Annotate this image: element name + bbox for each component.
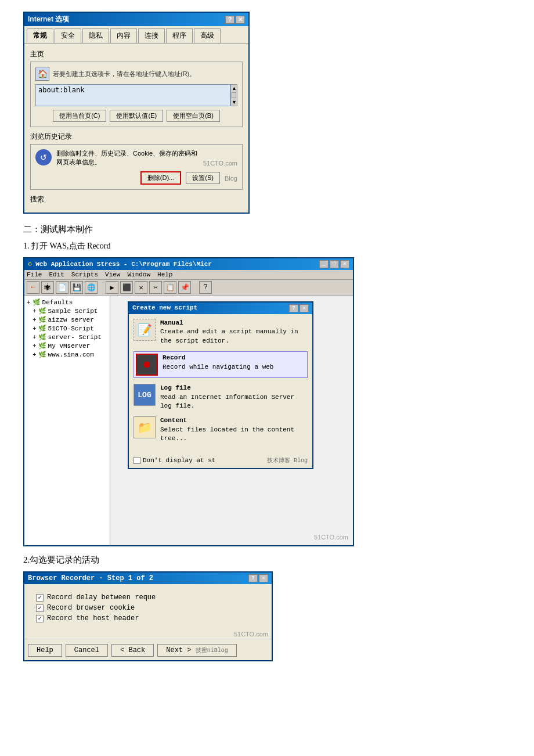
cns-dont-display-checkbox[interactable] — [134, 457, 140, 464]
was-window-controls[interactable]: _ □ ✕ — [319, 260, 349, 268]
cns-manual-item[interactable]: 📝 Manual Create and edit a script manual… — [134, 319, 308, 345]
toolbar-web-btn[interactable]: 🌐 — [85, 281, 98, 294]
menu-window[interactable]: Window — [127, 271, 150, 278]
log-desc: Read an Internet Information Server log … — [160, 393, 308, 411]
tab-connections[interactable]: 连接 — [138, 28, 165, 43]
toolbar-spider-btn[interactable]: 🕷 — [41, 281, 54, 294]
settings-btn[interactable]: 设置(S) — [186, 172, 220, 184]
ie-title-controls[interactable]: ? ✕ — [225, 16, 245, 24]
toolbar-play-btn[interactable]: ▶ — [106, 281, 118, 294]
tree-item-defaults[interactable]: + 🌿 Defaults — [24, 298, 110, 307]
cns-record-item[interactable]: ⏺ Record Record while navigating a web — [134, 351, 308, 378]
br-checkbox-2[interactable]: ✓ — [36, 604, 44, 612]
content-desc: Select files located in the content tree… — [160, 426, 308, 444]
tab-security[interactable]: 安全 — [55, 28, 81, 43]
br-help-icon[interactable]: ? — [248, 574, 258, 582]
tree-item-sample[interactable]: + 🌿 Sample Script — [24, 307, 110, 315]
br-cancel-btn[interactable]: Cancel — [66, 644, 108, 657]
homepage-description: 若要创建主页选项卡，请在各地址行键入地址(R)。 — [53, 70, 237, 78]
toolbar-back-btn[interactable]: ← — [27, 281, 39, 294]
tree-item-server[interactable]: + 🌿 server- Script — [24, 333, 110, 341]
br-checkbox-1[interactable]: ✓ — [36, 594, 44, 602]
tree-item-51cto[interactable]: + 🌿 51CTO-Script — [24, 324, 110, 333]
br-controls[interactable]: ? ✕ — [248, 574, 268, 582]
toolbar-separator — [99, 281, 104, 294]
was-maximize-btn[interactable]: □ — [330, 260, 339, 268]
menu-view[interactable]: View — [105, 271, 120, 278]
tab-content[interactable]: 内容 — [110, 28, 137, 43]
ie-dialog-title: Internet 选项 — [28, 15, 69, 24]
toolbar-help-btn[interactable]: ? — [199, 281, 212, 294]
content-title: Content — [160, 416, 308, 425]
br-close-icon[interactable]: ✕ — [259, 574, 268, 582]
cns-content-icon: 📁 — [134, 416, 156, 438]
br-title-bar: Browser Recorder - Step 1 of 2 ? ✕ — [24, 573, 272, 584]
menu-edit[interactable]: Edit — [49, 271, 64, 278]
delete-history-btn[interactable]: 删除(D)... — [140, 171, 181, 185]
br-body: ✓ Record delay between reque ✓ Record br… — [24, 584, 272, 631]
tree-label-server: server- Script — [48, 334, 102, 341]
br-check3-label: Record the host header — [47, 614, 139, 622]
br-next-btn[interactable]: Next > 技密niBlog — [157, 644, 236, 657]
history-desc-text: 删除临时文件、历史记录、Cookie、保存的密码和网页表单信息。 — [56, 150, 197, 165]
br-back-btn[interactable]: < Back — [111, 644, 154, 657]
ie-tab-bar: 常规 安全 隐私 内容 连接 程序 高级 — [24, 26, 248, 44]
tree-item-sina[interactable]: + 🌿 www.sina.com — [24, 350, 110, 359]
homepage-url-input[interactable]: about:blank — [35, 84, 230, 106]
tree-item-aizzw[interactable]: + 🌿 aizzw server — [24, 315, 110, 324]
was-watermark: 51CTO.com — [314, 534, 348, 541]
search-label: 搜索 — [30, 195, 243, 204]
toolbar-save-btn[interactable]: 💾 — [70, 281, 83, 294]
toolbar-new-btn[interactable]: 📄 — [56, 281, 68, 294]
cns-controls[interactable]: ? ✕ — [289, 304, 309, 312]
cns-content-item[interactable]: 📁 Content Select files located in the co… — [134, 416, 308, 443]
was-close-btn[interactable]: ✕ — [340, 260, 349, 268]
section2-sublabel: 1. 打开 WAS,点击 Record — [23, 241, 511, 251]
url-scrollbar[interactable]: ▲ ▼ — [230, 84, 237, 106]
br-help-btn[interactable]: Help — [28, 644, 62, 657]
manual-desc: Create and edit a script manually in the… — [160, 327, 308, 345]
ie-close-button[interactable]: ✕ — [236, 16, 245, 24]
cns-record-text: Record Record while navigating a web — [163, 354, 273, 372]
section2-label: 二：测试脚本制作 — [23, 224, 511, 235]
cns-close-btn[interactable]: ✕ — [300, 304, 309, 312]
use-default-btn[interactable]: 使用默认值(E) — [110, 110, 163, 122]
cns-title-bar: Create new script ? ✕ — [129, 303, 312, 314]
cns-log-item[interactable]: LOG Log file Read an Internet Informatio… — [134, 384, 308, 411]
tree-icon-sample: 🌿 — [38, 307, 46, 315]
menu-scripts[interactable]: Scripts — [71, 271, 98, 278]
manual-icon-img: 📝 — [138, 323, 152, 337]
homepage-row: 🏠 若要创建主页选项卡，请在各地址行键入地址(R)。 — [35, 67, 237, 81]
expand-icon-aizzw: + — [33, 316, 37, 323]
ie-help-button[interactable]: ? — [225, 16, 234, 24]
menu-file[interactable]: File — [27, 271, 42, 278]
cns-help-btn[interactable]: ? — [289, 304, 298, 312]
tree-label-sample: Sample Script — [48, 308, 98, 315]
use-blank-btn[interactable]: 使用空白页(B) — [167, 110, 220, 122]
br-checkbox-3[interactable]: ✓ — [36, 615, 44, 622]
toolbar-x-btn[interactable]: ✕ — [135, 281, 147, 294]
manual-title: Manual — [160, 319, 308, 327]
menu-help[interactable]: Help — [157, 271, 172, 278]
cns-manual-icon: 📝 — [134, 319, 156, 341]
tab-advanced[interactable]: 高级 — [194, 28, 221, 43]
toolbar-stop-btn[interactable]: ⬛ — [120, 281, 133, 294]
toolbar-paste-btn[interactable]: 📌 — [178, 281, 191, 294]
tab-privacy[interactable]: 隐私 — [82, 28, 109, 43]
cns-log-icon: LOG — [134, 384, 156, 406]
toolbar-cut-btn[interactable]: ✂ — [149, 281, 162, 294]
cns-content-text: Content Select files located in the cont… — [160, 416, 308, 443]
cns-footer: Don't display at st 技术博客 Blog — [129, 454, 312, 468]
log-title: Log file — [160, 384, 308, 393]
use-current-btn[interactable]: 使用当前页(C) — [53, 110, 106, 122]
tree-label-sina: www.sina.com — [48, 351, 94, 358]
tab-general[interactable]: 常规 — [27, 28, 53, 43]
tab-programs[interactable]: 程序 — [166, 28, 193, 43]
tree-item-vmserver[interactable]: + 🌿 My VMserver — [24, 341, 110, 350]
was-menu-bar: File Edit Scripts View Window Help — [24, 270, 353, 280]
toolbar-copy-btn[interactable]: 📋 — [164, 281, 176, 294]
ie-title-bar: Internet 选项 ? ✕ — [24, 13, 248, 26]
was-minimize-btn[interactable]: _ — [319, 260, 329, 268]
br-next-label: Next > — [166, 646, 191, 654]
br-watermark: 51CTO.com — [24, 631, 272, 639]
